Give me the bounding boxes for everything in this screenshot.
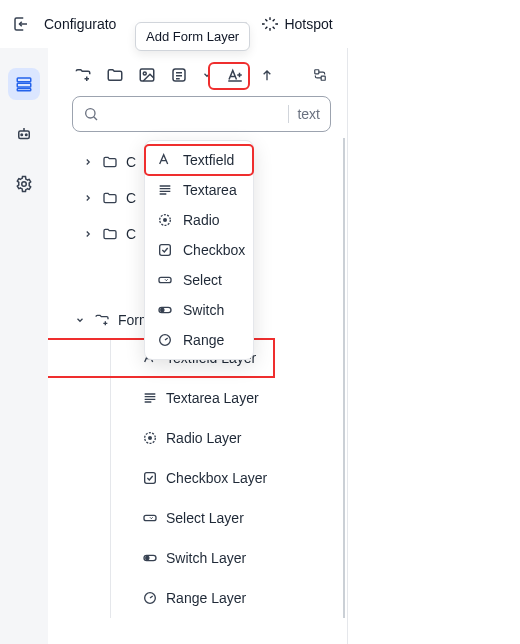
dropdown-label: Radio [183,212,220,228]
panel-toolbar [48,56,347,92]
folder-icon [102,190,118,206]
layer-radio[interactable]: Radio Layer [118,418,343,458]
gear-icon [15,175,33,193]
textarea-icon [157,182,173,198]
svg-rect-0 [17,78,31,82]
radio-icon [157,212,173,228]
svg-rect-22 [145,473,156,484]
textfield-icon [157,152,173,168]
textarea-icon [142,390,158,406]
dropdown-item-range[interactable]: Range [145,325,253,355]
svg-point-8 [143,72,146,75]
folder-icon [102,226,118,242]
canvas-area [348,48,520,644]
tree-label: C [126,154,136,170]
svg-rect-11 [321,76,325,80]
svg-point-12 [86,109,95,118]
tree-label: Checkbox Layer [166,470,267,486]
switch-icon [157,302,173,318]
svg-rect-1 [17,83,31,87]
dropdown-item-textfield[interactable]: Textfield [145,145,253,175]
rail-robot-button[interactable] [8,118,40,150]
folder-icon[interactable] [106,66,124,84]
svg-point-21 [148,436,152,440]
form-folder-icon [94,312,110,328]
select-icon [157,272,173,288]
tree-label: Select Layer [166,510,244,526]
layer-switch[interactable]: Switch Layer [118,538,343,578]
rail-layers-button[interactable] [8,68,40,100]
dropdown-label: Range [183,332,224,348]
svg-point-14 [163,218,167,222]
layers-icon [15,75,33,93]
robot-icon [15,125,33,143]
tree-label: Textarea Layer [166,390,259,406]
dropdown-item-textarea[interactable]: Textarea [145,175,253,205]
range-icon [142,590,158,606]
select-icon [142,510,158,526]
dropdown-item-switch[interactable]: Switch [145,295,253,325]
svg-point-25 [146,556,149,559]
range-icon [157,332,173,348]
svg-point-4 [21,134,23,136]
tree-label: Range Layer [166,590,246,606]
search-input[interactable]: text [72,96,331,132]
svg-rect-2 [17,89,31,91]
checkbox-icon [142,470,158,486]
layers-panel: text Textfield Textarea Radio Checkbox [48,48,348,644]
svg-point-18 [161,308,164,311]
cycle-icon[interactable] [313,66,331,84]
dropdown-label: Switch [183,302,224,318]
hotspot-label: Hotspot [284,16,332,32]
tooltip-add-form-layer: Add Form Layer [135,22,250,51]
form-dropdown-menu: Textfield Textarea Radio Checkbox Select… [144,140,254,360]
layer-textarea[interactable]: Textarea Layer [118,378,343,418]
tree-label: Switch Layer [166,550,246,566]
tree-label: Radio Layer [166,430,242,446]
folder-icon [102,154,118,170]
dropdown-item-select[interactable]: Select [145,265,253,295]
form-children: Textfield Layer Textarea Layer Radio Lay… [48,338,343,618]
search-row: text [48,92,347,138]
rail-settings-button[interactable] [8,168,40,200]
sparkle-icon [262,16,278,32]
dropdown-label: Checkbox [183,242,245,258]
switch-icon [142,550,158,566]
left-rail [0,48,48,644]
chevron-right-icon [82,156,94,168]
form-layer-icon[interactable] [170,66,188,84]
layer-checkbox[interactable]: Checkbox Layer [118,458,343,498]
top-bar: Configurato ⋯ Hotspot Add Form Layer [0,0,520,48]
dropdown-item-checkbox[interactable]: Checkbox [145,235,253,265]
dropdown-label: Textfield [183,152,234,168]
checkbox-icon [157,242,173,258]
add-folder-icon[interactable] [74,66,92,84]
dropdown-label: Select [183,272,222,288]
chevron-down-icon[interactable] [202,66,212,84]
svg-point-5 [26,134,28,136]
chevron-down-icon [74,314,86,326]
svg-rect-10 [315,70,319,74]
chevron-right-icon [82,192,94,204]
dropdown-label: Textarea [183,182,237,198]
tree-label: C [126,226,136,242]
chevron-right-icon [82,228,94,240]
layer-range[interactable]: Range Layer [118,578,343,618]
dropdown-item-radio[interactable]: Radio [145,205,253,235]
arrow-up-icon[interactable] [258,66,276,84]
image-icon[interactable] [138,66,156,84]
radio-icon [142,430,158,446]
svg-point-6 [22,182,27,187]
text-style-icon[interactable] [226,66,244,84]
search-icon [83,106,99,122]
search-suffix: text [297,106,320,122]
layer-select[interactable]: Select Layer [118,498,343,538]
page-title: Configurato [44,16,116,32]
tree-label: C [126,190,136,206]
back-icon[interactable] [12,15,30,33]
hotspot-button[interactable]: Hotspot [262,16,332,32]
svg-rect-15 [160,245,171,256]
